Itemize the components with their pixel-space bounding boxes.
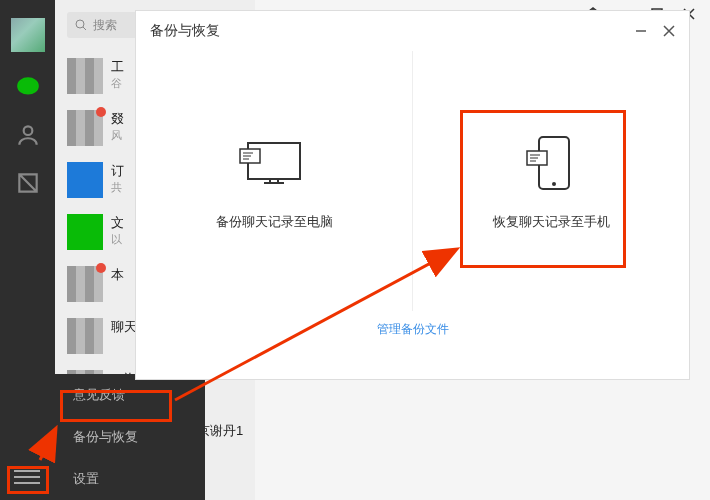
chat-avatar — [67, 318, 103, 354]
manage-backup-link[interactable]: 管理备份文件 — [136, 311, 689, 338]
dialog-minimize-icon[interactable] — [635, 25, 647, 37]
dialog-title: 备份与恢复 — [150, 22, 220, 40]
backup-dialog: 备份与恢复 备份聊天记录至电脑 恢复聊天记录至手机 管理备份文件 — [135, 10, 690, 380]
chat-avatar — [67, 214, 103, 250]
restore-to-phone-option[interactable]: 恢复聊天记录至手机 — [412, 51, 689, 311]
avatar[interactable] — [11, 18, 45, 52]
more-menu: 意见反馈 备份与恢复 设置 — [55, 374, 205, 500]
monitor-icon — [234, 131, 314, 195]
chat-icon[interactable] — [15, 74, 41, 100]
favorites-icon[interactable] — [15, 170, 41, 196]
contacts-icon[interactable] — [15, 122, 41, 148]
svg-point-2 — [23, 126, 32, 135]
sidebar — [0, 0, 55, 500]
chat-avatar — [67, 162, 103, 198]
chat-avatar — [67, 58, 103, 94]
backup-to-pc-option[interactable]: 备份聊天记录至电脑 — [136, 51, 412, 311]
search-icon — [75, 19, 87, 31]
dialog-header: 备份与恢复 — [136, 11, 689, 51]
svg-point-3 — [76, 20, 84, 28]
phone-icon — [511, 131, 591, 195]
unread-dot — [96, 107, 106, 117]
svg-point-7 — [552, 182, 556, 186]
unread-dot — [96, 263, 106, 273]
chat-avatar — [67, 266, 103, 302]
backup-to-pc-label: 备份聊天记录至电脑 — [216, 213, 333, 231]
hamburger-menu-icon[interactable] — [14, 466, 40, 486]
menu-settings[interactable]: 设置 — [55, 458, 205, 500]
chat-avatar — [67, 110, 103, 146]
dialog-close-icon[interactable] — [663, 25, 675, 37]
search-placeholder: 搜索 — [93, 17, 117, 34]
svg-point-1 — [18, 78, 38, 93]
menu-backup-restore[interactable]: 备份与恢复 — [55, 416, 205, 458]
restore-to-phone-label: 恢复聊天记录至手机 — [493, 213, 610, 231]
menu-feedback[interactable]: 意见反馈 — [55, 374, 205, 416]
